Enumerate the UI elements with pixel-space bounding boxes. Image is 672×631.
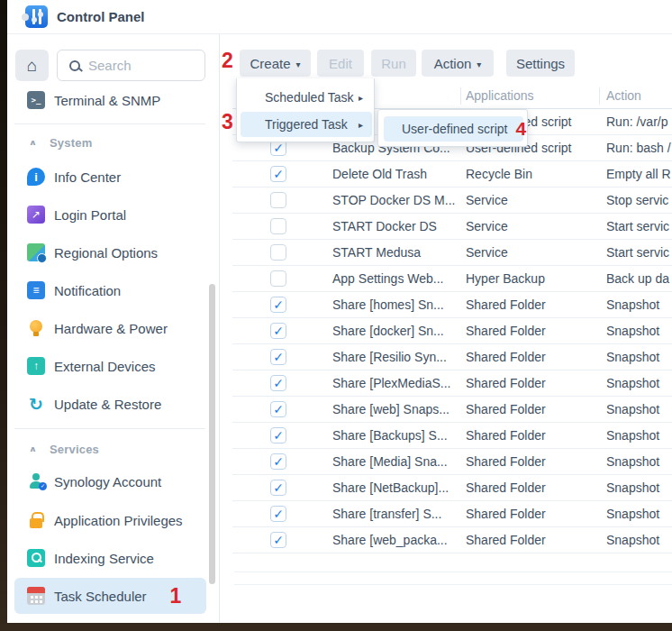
task-application: Service xyxy=(466,245,508,260)
enabled-checkbox-checked[interactable]: ✓ xyxy=(270,323,286,339)
enabled-checkbox-checked[interactable]: ✓ xyxy=(270,297,286,313)
home-button[interactable]: ⌂ xyxy=(15,50,49,81)
annotation-1: 1 xyxy=(170,584,182,608)
task-application: Shared Folder xyxy=(466,402,546,416)
enabled-checkbox-checked[interactable]: ✓ xyxy=(270,506,286,522)
table-row[interactable]: App Settings Web...Hyper BackupBack up d… xyxy=(232,266,672,292)
column-header-applications[interactable]: Applications xyxy=(466,88,534,103)
settings-button[interactable]: Settings xyxy=(506,50,575,77)
chevron-up-icon: ∧ xyxy=(29,138,37,147)
create-dropdown-menu: Scheduled Task▸Triggered Task▸ xyxy=(236,78,375,142)
table-row[interactable]: ✓Share [homes] Sn...Shared FolderSnapsho… xyxy=(232,292,672,318)
table-row[interactable]: ✓Share [Resilio Syn...Shared FolderSnaps… xyxy=(232,344,672,370)
submenu-item-label: User-defined script xyxy=(402,122,508,136)
table-row[interactable]: ✓Share [transfer] S...Shared FolderSnaps… xyxy=(232,501,672,527)
sidebar-item-label: Terminal & SNMP xyxy=(54,93,160,108)
sidebar: ⌂ Search >_Terminal & SNMP∧SystemiInfo C… xyxy=(7,34,220,623)
task-action: Start servic xyxy=(606,219,669,233)
submenu-item-user-defined-script[interactable]: User-defined script4 xyxy=(384,116,523,142)
table-row[interactable]: ✓Delete Old TrashRecycle BinEmpty all R xyxy=(232,161,672,187)
sidebar-item-notification[interactable]: ≡Notification xyxy=(7,271,220,309)
task-name: App Settings Web... xyxy=(332,271,443,286)
enabled-checkbox-checked[interactable]: ✓ xyxy=(270,349,286,365)
button-label: Action xyxy=(434,56,472,71)
enabled-checkbox-unchecked[interactable] xyxy=(270,192,286,208)
control-panel-window: Control Panel ⌂ Search >_Terminal & SNMP… xyxy=(7,0,672,623)
enabled-checkbox-checked[interactable]: ✓ xyxy=(270,401,286,417)
chevron-up-icon: ∧ xyxy=(29,444,37,453)
table-row[interactable]: ✓Share [Backups] S...Shared FolderSnapsh… xyxy=(232,423,672,449)
enabled-checkbox-unchecked[interactable] xyxy=(270,244,286,261)
task-application: Shared Folder xyxy=(466,533,546,547)
search-input[interactable]: Search xyxy=(57,50,205,81)
sidebar-item-task-scheduler[interactable]: Task Scheduler1 xyxy=(7,577,220,615)
sidebar-item-label: Regional Options xyxy=(54,245,158,261)
table-row[interactable]: START Docker DSServiceStart servic xyxy=(232,214,672,240)
table-row[interactable]: START MedusaServiceStart servic xyxy=(232,240,672,266)
action-button[interactable]: Action▾ xyxy=(422,50,494,77)
sidebar-item-label: Hardware & Power xyxy=(54,321,168,336)
button-label: Edit xyxy=(329,56,352,71)
task-application: Shared Folder xyxy=(466,324,546,338)
task-application: Shared Folder xyxy=(466,428,546,443)
sidebar-item-indexing-service[interactable]: Indexing Service xyxy=(7,539,220,577)
task-action: Snapshot xyxy=(606,480,659,495)
sidebar-item-update-restore[interactable]: ↻Update & Restore xyxy=(7,385,220,423)
enabled-checkbox-checked[interactable]: ✓ xyxy=(270,375,286,391)
table-row[interactable]: ✓Share [docker] Sn...Shared FolderSnapsh… xyxy=(232,318,672,344)
menu-item-triggered-task[interactable]: Triggered Task▸ xyxy=(241,112,372,137)
task-name: Delete Old Trash xyxy=(332,167,427,181)
create-button[interactable]: Create▾ xyxy=(240,50,311,77)
sidebar-item-login-portal[interactable]: ↗Login Portal xyxy=(7,196,220,233)
column-header-action[interactable]: Action xyxy=(606,88,641,103)
task-application: Hyper Backup xyxy=(466,271,545,286)
task-application: Shared Folder xyxy=(466,480,546,495)
sidebar-divider xyxy=(14,123,205,124)
task-action: Snapshot xyxy=(606,402,659,416)
task-action: Run: /var/p xyxy=(606,114,667,129)
regional-options-icon xyxy=(27,243,45,261)
edit-button: Edit xyxy=(317,50,364,77)
sidebar-group-services[interactable]: ∧Services xyxy=(7,440,220,458)
task-application: Shared Folder xyxy=(466,297,546,312)
table-row[interactable]: ✓Share [web_packa...Shared FolderSnapsho… xyxy=(232,527,672,553)
application-privileges-icon xyxy=(27,511,45,529)
enabled-checkbox-checked[interactable]: ✓ xyxy=(270,532,286,548)
sidebar-item-external-devices[interactable]: ↑External Devices xyxy=(7,347,220,385)
enabled-checkbox-checked[interactable]: ✓ xyxy=(270,427,286,444)
table-row[interactable]: ✓Share [NetBackup]...Shared FolderSnapsh… xyxy=(232,475,672,501)
task-name: START Docker DS xyxy=(332,219,437,233)
button-label: Run xyxy=(381,56,406,71)
sidebar-item-application-privileges[interactable]: Application Privileges xyxy=(7,501,220,539)
sidebar-group-system[interactable]: ∧System xyxy=(7,133,220,151)
table-row[interactable]: ✓Share [web] Snaps...Shared FolderSnapsh… xyxy=(232,397,672,423)
enabled-checkbox-checked[interactable]: ✓ xyxy=(270,453,286,470)
sidebar-item-synology-account[interactable]: ✓Synology Account xyxy=(7,462,220,500)
enabled-checkbox-unchecked[interactable] xyxy=(270,218,286,234)
task-name: Share [web] Snaps... xyxy=(332,402,450,416)
menu-item-scheduled-task[interactable]: Scheduled Task▸ xyxy=(241,85,372,110)
task-action: Snapshot xyxy=(606,297,659,312)
table-row[interactable]: ✓Share [PlexMediaS...Shared FolderSnapsh… xyxy=(232,370,672,397)
check-badge-icon: ✓ xyxy=(39,482,47,490)
sidebar-item-info-center[interactable]: iInfo Center xyxy=(7,158,220,196)
enabled-checkbox-checked[interactable]: ✓ xyxy=(270,166,286,182)
sidebar-item-hardware-power[interactable]: Hardware & Power xyxy=(7,309,220,347)
sidebar-item-regional-options[interactable]: Regional Options xyxy=(7,233,220,271)
task-name: STOP Docker DS M... xyxy=(332,193,455,207)
enabled-checkbox-unchecked[interactable] xyxy=(270,270,286,287)
notification-icon: ≡ xyxy=(27,281,45,299)
sidebar-item-terminal-snmp[interactable]: >_Terminal & SNMP xyxy=(7,81,220,119)
sidebar-item-label: External Devices xyxy=(54,359,156,374)
enabled-checkbox-checked[interactable]: ✓ xyxy=(270,480,286,496)
table-row[interactable]: ✓Share [Media] Sna...Shared FolderSnapsh… xyxy=(232,449,672,475)
button-label: Create xyxy=(250,56,290,71)
triggered-task-submenu: User-defined script4 xyxy=(377,109,528,147)
task-action: Snapshot xyxy=(606,454,659,469)
task-scheduler-icon xyxy=(27,587,45,605)
sidebar-group-label: Services xyxy=(50,443,99,456)
table-row[interactable]: STOP Docker DS M...ServiceStop servic xyxy=(232,187,672,214)
sidebar-item-label: Info Center xyxy=(54,169,121,185)
task-application: Recycle Bin xyxy=(466,167,532,181)
sidebar-scrollbar[interactable] xyxy=(209,284,215,584)
